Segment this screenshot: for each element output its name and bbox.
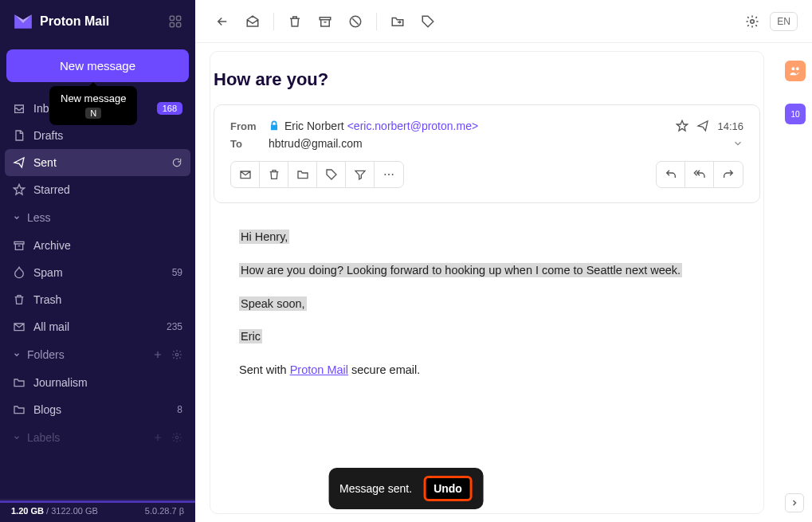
signature-link[interactable]: Proton Mail xyxy=(290,363,348,376)
scrollbar-indicator[interactable] xyxy=(0,500,195,503)
contacts-app-icon[interactable] xyxy=(785,61,806,81)
spam-button[interactable] xyxy=(343,9,368,34)
label-msg-button[interactable] xyxy=(317,162,346,187)
nav-label: Sent xyxy=(33,156,171,169)
sidebar-item-spam[interactable]: Spam 59 xyxy=(0,259,195,286)
new-message-tooltip: New message N xyxy=(49,86,137,125)
label-settings-icon[interactable] xyxy=(171,432,182,443)
move-folder-icon xyxy=(296,168,309,181)
sidebar-less-toggle[interactable]: Less xyxy=(0,203,195,232)
sidebar-item-allmail[interactable]: All mail 235 xyxy=(0,313,195,340)
svg-rect-2 xyxy=(170,23,174,27)
svg-point-9 xyxy=(388,174,390,175)
svg-rect-0 xyxy=(170,16,174,20)
message-card: From Eric Norbert <eric.norbert@proton.m… xyxy=(214,104,760,203)
add-folder-icon[interactable] xyxy=(152,349,163,360)
dots-icon xyxy=(382,168,395,181)
nav-label: Spam xyxy=(33,266,172,279)
forward-button[interactable] xyxy=(714,162,743,187)
sidebar-folder-journalism[interactable]: Journalism xyxy=(0,369,195,396)
sidebar-folder-blogs[interactable]: Blogs 8 xyxy=(0,396,195,423)
sidebar-folders-header[interactable]: Folders xyxy=(0,340,195,369)
sent-icon xyxy=(13,156,25,169)
delete-button[interactable] xyxy=(282,9,308,34)
body-name: Eric xyxy=(239,329,262,343)
svg-point-4 xyxy=(175,353,178,356)
svg-point-7 xyxy=(751,19,755,23)
envelope-open-icon xyxy=(245,14,260,29)
new-message-button[interactable]: New message xyxy=(6,49,189,82)
add-label-icon[interactable] xyxy=(152,432,163,443)
move-msg-button[interactable] xyxy=(288,162,317,187)
message-body: Hi Henry, How are you doing? Looking for… xyxy=(210,203,763,421)
less-label: Less xyxy=(27,211,51,224)
app-name: Proton Mail xyxy=(40,14,109,29)
reply-button[interactable] xyxy=(657,162,685,187)
tag-icon xyxy=(325,168,338,181)
archive-icon xyxy=(13,239,25,252)
message-subject: How are you? xyxy=(210,52,763,104)
sidebar: Proton Mail New message Inb 168 Drafts S… xyxy=(0,0,195,522)
reply-icon xyxy=(665,168,677,181)
sidebar-item-trash[interactable]: Trash xyxy=(0,286,195,313)
mark-unread-msg-button[interactable] xyxy=(231,162,260,187)
svg-rect-3 xyxy=(177,23,181,27)
sidebar-labels-header[interactable]: Labels xyxy=(0,423,195,452)
body-para1: How are you doing? Looking forward to ho… xyxy=(239,263,682,277)
from-name: Eric Norbert xyxy=(284,120,344,132)
expand-panel-button[interactable] xyxy=(785,493,804,512)
signature-line: Sent with Proton Mail secure email. xyxy=(239,362,735,379)
folder-settings-icon[interactable] xyxy=(171,349,182,360)
drafts-icon xyxy=(13,129,25,142)
refresh-icon[interactable] xyxy=(171,157,182,168)
envelope-icon xyxy=(239,168,252,181)
allmail-count: 235 xyxy=(167,321,182,332)
spam-icon xyxy=(13,266,25,279)
calendar-app-icon[interactable]: 10 xyxy=(785,104,806,124)
mark-unread-button[interactable] xyxy=(240,9,265,34)
star-outline-icon[interactable] xyxy=(676,120,688,132)
sidebar-item-starred[interactable]: Starred xyxy=(0,176,195,203)
sidebar-nav: Inb 168 Drafts Sent Starred Less Archive… xyxy=(0,95,195,499)
archive-button[interactable] xyxy=(312,9,338,34)
archive-icon xyxy=(318,14,332,29)
from-email[interactable]: <eric.norbert@proton.me> xyxy=(347,120,478,132)
chevron-right-icon xyxy=(790,498,799,508)
filter-msg-button[interactable] xyxy=(346,162,375,187)
sidebar-header: Proton Mail xyxy=(0,0,195,43)
storage-text: 1.20 GB / 3122.00 GB xyxy=(11,506,98,516)
calendar-badge: 10 xyxy=(790,110,799,119)
settings-button[interactable] xyxy=(739,9,765,34)
nav-label: Starred xyxy=(33,183,182,196)
trash-icon xyxy=(13,293,25,306)
sidebar-item-sent[interactable]: Sent xyxy=(5,149,190,176)
inbox-icon xyxy=(13,102,25,115)
undo-button[interactable]: Undo xyxy=(423,476,473,501)
message-content: How are you? From Eric Norbert <eric.nor… xyxy=(195,43,779,522)
svg-point-10 xyxy=(392,174,394,175)
back-button[interactable] xyxy=(210,9,235,34)
label-button[interactable] xyxy=(415,9,441,34)
trash-msg-button[interactable] xyxy=(260,162,288,187)
more-msg-button[interactable] xyxy=(375,162,403,187)
nav-label: Journalism xyxy=(33,376,182,389)
reply-all-button[interactable] xyxy=(685,162,714,187)
star-icon xyxy=(13,183,25,196)
sidebar-item-archive[interactable]: Archive xyxy=(0,232,195,259)
language-button[interactable]: EN xyxy=(770,12,798,31)
svg-point-8 xyxy=(384,174,386,175)
app-logo[interactable]: Proton Mail xyxy=(13,11,109,32)
expand-recipients-button[interactable] xyxy=(732,138,743,149)
move-button[interactable] xyxy=(385,9,410,34)
svg-point-5 xyxy=(175,436,178,439)
topbar: EN xyxy=(195,0,812,43)
forward-icon xyxy=(722,168,735,181)
apps-grid-icon[interactable] xyxy=(168,14,182,29)
arrow-left-icon xyxy=(215,14,229,29)
toast-text: Message sent. xyxy=(339,482,412,495)
sidebar-item-drafts[interactable]: Drafts xyxy=(0,122,195,149)
nav-label: Drafts xyxy=(33,129,182,142)
inbox-badge: 168 xyxy=(157,102,182,115)
sent-indicator-icon xyxy=(696,120,709,132)
allmail-icon xyxy=(13,320,25,333)
